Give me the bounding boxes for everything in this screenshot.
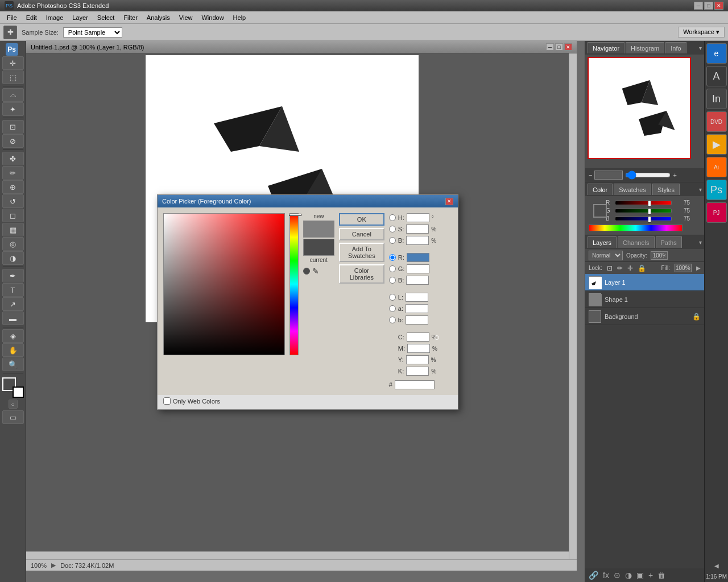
brightness-input[interactable]: 29 (406, 236, 429, 245)
delete-layer-btn[interactable]: 🗑 (657, 571, 665, 580)
color-picker-close-button[interactable]: ✕ (445, 198, 453, 205)
blue-slider-thumb[interactable] (648, 216, 651, 223)
lock-move-icon[interactable]: ✛ (627, 264, 633, 272)
lock-all-icon[interactable]: 🔒 (638, 264, 646, 272)
hex-input[interactable]: 4b4b4b (395, 380, 435, 389)
gradient-tool[interactable]: ▦ (2, 223, 24, 236)
pj-btn[interactable]: PJ (706, 202, 727, 223)
document-scrollbar-horizontal[interactable] (26, 551, 569, 559)
lock-transparency-icon[interactable]: ⊡ (607, 264, 613, 272)
document-scrollbar-vertical[interactable] (569, 53, 577, 559)
red-slider-track[interactable] (615, 201, 672, 205)
add-to-swatches-button[interactable]: Add To Swatches (339, 243, 384, 262)
background-color-chip[interactable] (13, 386, 24, 398)
layer-item-background[interactable]: Background 🔒 (585, 308, 704, 325)
fill-input[interactable] (675, 264, 692, 272)
cancel-button[interactable]: Cancel (339, 228, 384, 240)
move-tool[interactable]: ✛ (2, 56, 24, 70)
color-spectrum-bar[interactable] (589, 225, 682, 231)
document-controls[interactable]: ─ □ ✕ (546, 43, 572, 51)
lasso-tool[interactable]: ⌓ (2, 88, 24, 102)
menu-filter[interactable]: Filter (119, 13, 142, 22)
menu-edit[interactable]: Edit (22, 13, 42, 22)
crop-tool[interactable]: ⊡ (2, 120, 24, 134)
magic-wand-tool[interactable]: ✦ (2, 102, 24, 116)
menu-image[interactable]: Image (42, 13, 68, 22)
blue-input[interactable]: 75 (406, 276, 429, 285)
layer-fx-btn[interactable]: fx (603, 571, 609, 580)
green-slider-thumb[interactable] (648, 208, 651, 215)
shape-tool[interactable]: ▬ (2, 311, 24, 325)
clone-stamp-tool[interactable]: ⊕ (2, 180, 24, 194)
b-lab-radio[interactable] (389, 317, 396, 323)
blend-mode-select[interactable]: Normal Multiply Screen (589, 251, 623, 260)
blue-slider-track[interactable] (615, 217, 672, 221)
maximize-button[interactable]: □ (704, 2, 713, 10)
opacity-input[interactable] (651, 251, 668, 260)
menu-window[interactable]: Window (197, 13, 228, 22)
vlc-btn[interactable]: ▶ (706, 134, 727, 155)
doc-minimize-btn[interactable]: ─ (546, 43, 554, 51)
type-tool[interactable]: T (2, 283, 24, 297)
l-radio[interactable] (389, 294, 396, 301)
color-picker-hue-slider[interactable] (289, 213, 299, 355)
brush-tool[interactable]: ✏ (2, 166, 24, 180)
color-libraries-button[interactable]: Color Libraries (339, 264, 384, 284)
strip-collapse-btn[interactable]: ◀ (713, 563, 719, 569)
ie-btn[interactable]: e (706, 43, 727, 64)
3d-tool[interactable]: ◈ (2, 329, 24, 343)
ps-a-btn[interactable]: A (706, 66, 727, 86)
quick-mask-btn[interactable]: ○ (9, 400, 18, 409)
c-input[interactable]: 66 (407, 332, 429, 342)
green-radio[interactable] (389, 265, 396, 272)
layer-item-layer1[interactable]: Layer 1 (585, 274, 704, 291)
nav-panel-menu[interactable]: ▾ (699, 45, 702, 51)
eyedropper-tool[interactable]: ✚ (3, 26, 17, 39)
b-lab-input[interactable]: 0 (406, 315, 428, 325)
layers-panel-menu[interactable]: ▾ (699, 239, 702, 246)
y-input[interactable]: 57 (406, 355, 429, 364)
sample-size-select[interactable]: Point Sample 3 by 3 Average 5 by 5 Avera… (63, 27, 122, 38)
in-btn[interactable]: In (706, 89, 727, 109)
title-bar-controls[interactable]: ─ □ ✕ (694, 2, 723, 10)
marquee-tool[interactable]: ⬚ (2, 70, 24, 84)
doc-maximize-btn[interactable]: □ (555, 43, 563, 51)
menu-analysis[interactable]: Analysis (142, 13, 175, 22)
hand-tool[interactable]: ✋ (2, 343, 24, 357)
dvd-btn[interactable]: DVD (706, 111, 727, 132)
only-web-colors-checkbox[interactable] (163, 397, 171, 405)
blur-tool[interactable]: ◎ (2, 237, 24, 251)
pen-tool[interactable]: ✒ (2, 269, 24, 282)
menu-help[interactable]: Help (229, 13, 251, 22)
lock-paint-icon[interactable]: ✏ (617, 264, 623, 272)
color-panel-menu[interactable]: ▾ (699, 186, 702, 193)
tab-swatches[interactable]: Swatches (614, 184, 651, 195)
healing-brush-tool[interactable]: ✤ (2, 152, 24, 165)
tab-navigator[interactable]: Navigator (588, 42, 624, 53)
layer-link-btn[interactable]: 🔗 (589, 571, 598, 580)
tab-channels[interactable]: Channels (618, 236, 654, 248)
dodge-tool[interactable]: ◑ (2, 251, 24, 265)
red-input[interactable]: 75 (407, 253, 429, 262)
tab-layers[interactable]: Layers (588, 236, 617, 248)
foreground-swatch[interactable] (593, 204, 607, 218)
blue-radio[interactable] (389, 277, 396, 284)
hue-radio[interactable] (389, 214, 396, 221)
green-input[interactable]: 75 (407, 264, 429, 273)
history-brush-tool[interactable]: ↺ (2, 194, 24, 208)
eraser-tool[interactable]: ◻ (2, 209, 24, 222)
fill-arrow-icon[interactable]: ▶ (696, 265, 701, 271)
screen-mode-btn[interactable]: ▭ (2, 410, 24, 424)
tab-info[interactable]: Info (665, 42, 686, 53)
k-input[interactable]: 38 (406, 367, 429, 376)
red-slider-thumb[interactable] (648, 200, 651, 207)
brightness-radio[interactable] (389, 237, 396, 244)
green-slider-track[interactable] (615, 209, 672, 213)
color-picker-gradient[interactable] (163, 213, 285, 355)
layer-mask-btn[interactable]: ⊙ (614, 571, 621, 580)
close-button[interactable]: ✕ (714, 2, 723, 10)
tab-histogram[interactable]: Histogram (626, 42, 664, 53)
m-input[interactable]: 59 (407, 344, 430, 353)
layer-adjustment-btn[interactable]: ◑ (625, 571, 632, 580)
menu-select[interactable]: Select (93, 13, 119, 22)
